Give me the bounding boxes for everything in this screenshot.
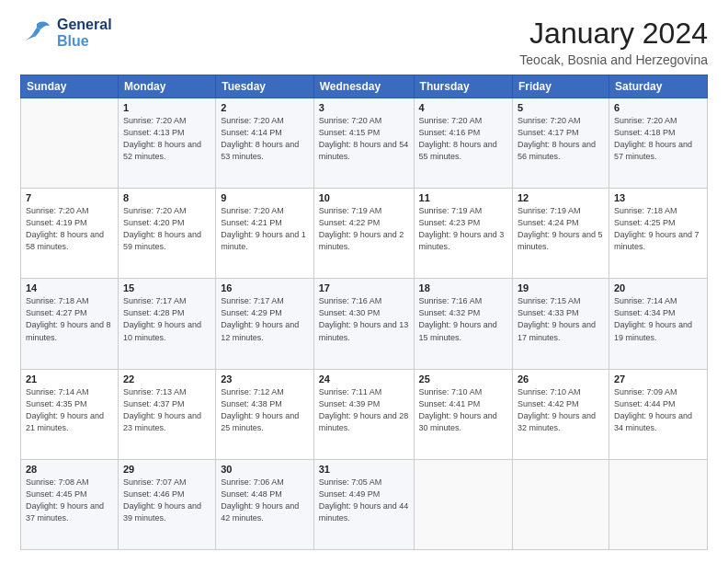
day-info: Sunrise: 7:09 AMSunset: 4:44 PMDaylight:… — [614, 386, 702, 434]
calendar-cell — [414, 459, 512, 549]
day-info: Sunrise: 7:08 AMSunset: 4:45 PMDaylight:… — [26, 477, 113, 524]
day-number: 15 — [123, 282, 210, 293]
day-number: 16 — [221, 282, 309, 293]
day-number: 4 — [419, 102, 507, 113]
day-info: Sunrise: 7:16 AMSunset: 4:32 PMDaylight:… — [419, 295, 507, 343]
logo-icon — [20, 17, 53, 50]
calendar-cell: 12Sunrise: 7:19 AMSunset: 4:24 PMDayligh… — [512, 189, 609, 279]
day-number: 30 — [221, 464, 309, 475]
location: Teocak, Bosnia and Herzegovina — [519, 52, 708, 67]
calendar-week-3: 14Sunrise: 7:18 AMSunset: 4:27 PMDayligh… — [21, 279, 708, 369]
calendar-cell: 25Sunrise: 7:10 AMSunset: 4:41 PMDayligh… — [414, 369, 512, 459]
day-number: 24 — [319, 373, 409, 385]
day-number: 25 — [419, 373, 507, 385]
page: General Blue January 2024 Teocak, Bosnia… — [0, 0, 728, 563]
day-info: Sunrise: 7:20 AMSunset: 4:16 PMDaylight:… — [419, 115, 507, 163]
day-number: 8 — [123, 192, 210, 203]
day-info: Sunrise: 7:15 AMSunset: 4:33 PMDaylight:… — [518, 295, 604, 343]
calendar-cell: 23Sunrise: 7:12 AMSunset: 4:38 PMDayligh… — [216, 369, 314, 459]
day-number: 2 — [221, 102, 309, 113]
day-info: Sunrise: 7:19 AMSunset: 4:24 PMDaylight:… — [518, 205, 604, 253]
calendar-cell: 22Sunrise: 7:13 AMSunset: 4:37 PMDayligh… — [118, 369, 215, 459]
logo-general-text: General — [57, 17, 112, 33]
day-info: Sunrise: 7:20 AMSunset: 4:13 PMDaylight:… — [123, 115, 210, 163]
day-number: 22 — [123, 373, 210, 385]
calendar-week-5: 28Sunrise: 7:08 AMSunset: 4:45 PMDayligh… — [21, 459, 708, 549]
calendar-cell: 19Sunrise: 7:15 AMSunset: 4:33 PMDayligh… — [512, 279, 609, 369]
day-info: Sunrise: 7:14 AMSunset: 4:35 PMDaylight:… — [26, 386, 113, 434]
day-number: 28 — [26, 464, 113, 475]
calendar-cell: 9Sunrise: 7:20 AMSunset: 4:21 PMDaylight… — [216, 189, 314, 279]
calendar-cell: 18Sunrise: 7:16 AMSunset: 4:32 PMDayligh… — [414, 279, 512, 369]
day-number: 10 — [319, 192, 409, 203]
logo-blue-text: Blue — [57, 33, 112, 50]
day-info: Sunrise: 7:10 AMSunset: 4:42 PMDaylight:… — [518, 386, 604, 434]
day-info: Sunrise: 7:18 AMSunset: 4:25 PMDaylight:… — [614, 205, 702, 253]
day-number: 3 — [319, 102, 409, 113]
calendar-cell: 10Sunrise: 7:19 AMSunset: 4:22 PMDayligh… — [313, 189, 414, 279]
header: General Blue January 2024 Teocak, Bosnia… — [20, 17, 708, 67]
calendar-cell: 6Sunrise: 7:20 AMSunset: 4:18 PMDaylight… — [609, 98, 707, 189]
calendar-cell: 27Sunrise: 7:09 AMSunset: 4:44 PMDayligh… — [609, 369, 707, 459]
calendar-cell: 24Sunrise: 7:11 AMSunset: 4:39 PMDayligh… — [313, 369, 414, 459]
day-info: Sunrise: 7:14 AMSunset: 4:34 PMDaylight:… — [614, 295, 702, 343]
day-info: Sunrise: 7:20 AMSunset: 4:19 PMDaylight:… — [26, 205, 113, 253]
calendar-cell: 28Sunrise: 7:08 AMSunset: 4:45 PMDayligh… — [21, 459, 119, 549]
header-tuesday: Tuesday — [216, 75, 314, 98]
calendar-week-4: 21Sunrise: 7:14 AMSunset: 4:35 PMDayligh… — [21, 369, 708, 459]
day-info: Sunrise: 7:19 AMSunset: 4:23 PMDaylight:… — [419, 205, 507, 253]
day-number: 23 — [221, 373, 309, 385]
day-info: Sunrise: 7:20 AMSunset: 4:14 PMDaylight:… — [221, 115, 309, 163]
day-info: Sunrise: 7:11 AMSunset: 4:39 PMDaylight:… — [319, 386, 409, 434]
calendar-cell: 16Sunrise: 7:17 AMSunset: 4:29 PMDayligh… — [216, 279, 314, 369]
day-number: 18 — [419, 282, 507, 293]
calendar-cell: 15Sunrise: 7:17 AMSunset: 4:28 PMDayligh… — [118, 279, 215, 369]
calendar-cell: 30Sunrise: 7:06 AMSunset: 4:48 PMDayligh… — [216, 459, 314, 549]
calendar-week-1: 1Sunrise: 7:20 AMSunset: 4:13 PMDaylight… — [21, 98, 708, 189]
day-number: 17 — [319, 282, 409, 293]
header-monday: Monday — [118, 75, 215, 98]
day-number: 9 — [221, 192, 309, 203]
calendar-cell: 3Sunrise: 7:20 AMSunset: 4:15 PMDaylight… — [313, 98, 414, 189]
calendar-cell: 13Sunrise: 7:18 AMSunset: 4:25 PMDayligh… — [609, 189, 707, 279]
day-number: 14 — [26, 282, 113, 293]
calendar-cell: 26Sunrise: 7:10 AMSunset: 4:42 PMDayligh… — [512, 369, 609, 459]
calendar-cell — [21, 98, 119, 189]
day-info: Sunrise: 7:18 AMSunset: 4:27 PMDaylight:… — [26, 295, 113, 343]
day-number: 31 — [319, 464, 409, 475]
calendar-cell: 21Sunrise: 7:14 AMSunset: 4:35 PMDayligh… — [21, 369, 119, 459]
calendar-table: Sunday Monday Tuesday Wednesday Thursday… — [20, 75, 708, 550]
day-number: 27 — [614, 373, 702, 385]
calendar-cell: 1Sunrise: 7:20 AMSunset: 4:13 PMDaylight… — [118, 98, 215, 189]
calendar-week-2: 7Sunrise: 7:20 AMSunset: 4:19 PMDaylight… — [21, 189, 708, 279]
calendar-cell: 14Sunrise: 7:18 AMSunset: 4:27 PMDayligh… — [21, 279, 119, 369]
logo: General Blue — [20, 17, 112, 51]
day-info: Sunrise: 7:17 AMSunset: 4:28 PMDaylight:… — [123, 295, 210, 343]
calendar-cell: 29Sunrise: 7:07 AMSunset: 4:46 PMDayligh… — [118, 459, 215, 549]
header-thursday: Thursday — [414, 75, 512, 98]
day-info: Sunrise: 7:12 AMSunset: 4:38 PMDaylight:… — [221, 386, 309, 434]
day-info: Sunrise: 7:07 AMSunset: 4:46 PMDaylight:… — [123, 477, 210, 524]
logo-words: General Blue — [57, 17, 112, 51]
day-number: 11 — [419, 192, 507, 203]
day-info: Sunrise: 7:20 AMSunset: 4:15 PMDaylight:… — [319, 115, 409, 163]
day-number: 5 — [518, 102, 604, 113]
calendar-cell: 20Sunrise: 7:14 AMSunset: 4:34 PMDayligh… — [609, 279, 707, 369]
day-number: 1 — [123, 102, 210, 113]
calendar-cell: 11Sunrise: 7:19 AMSunset: 4:23 PMDayligh… — [414, 189, 512, 279]
day-number: 29 — [123, 464, 210, 475]
header-saturday: Saturday — [609, 75, 707, 98]
day-number: 26 — [518, 373, 604, 385]
calendar-cell: 2Sunrise: 7:20 AMSunset: 4:14 PMDaylight… — [216, 98, 314, 189]
day-info: Sunrise: 7:20 AMSunset: 4:18 PMDaylight:… — [614, 115, 702, 163]
day-number: 12 — [518, 192, 604, 203]
day-info: Sunrise: 7:05 AMSunset: 4:49 PMDaylight:… — [319, 477, 409, 524]
day-info: Sunrise: 7:20 AMSunset: 4:20 PMDaylight:… — [123, 205, 210, 253]
day-info: Sunrise: 7:06 AMSunset: 4:48 PMDaylight:… — [221, 477, 309, 524]
title-block: January 2024 Teocak, Bosnia and Herzegov… — [519, 17, 708, 67]
calendar-cell: 31Sunrise: 7:05 AMSunset: 4:49 PMDayligh… — [313, 459, 414, 549]
day-info: Sunrise: 7:20 AMSunset: 4:21 PMDaylight:… — [221, 205, 309, 253]
day-info: Sunrise: 7:16 AMSunset: 4:30 PMDaylight:… — [319, 295, 409, 343]
day-number: 19 — [518, 282, 604, 293]
day-info: Sunrise: 7:19 AMSunset: 4:22 PMDaylight:… — [319, 205, 409, 253]
